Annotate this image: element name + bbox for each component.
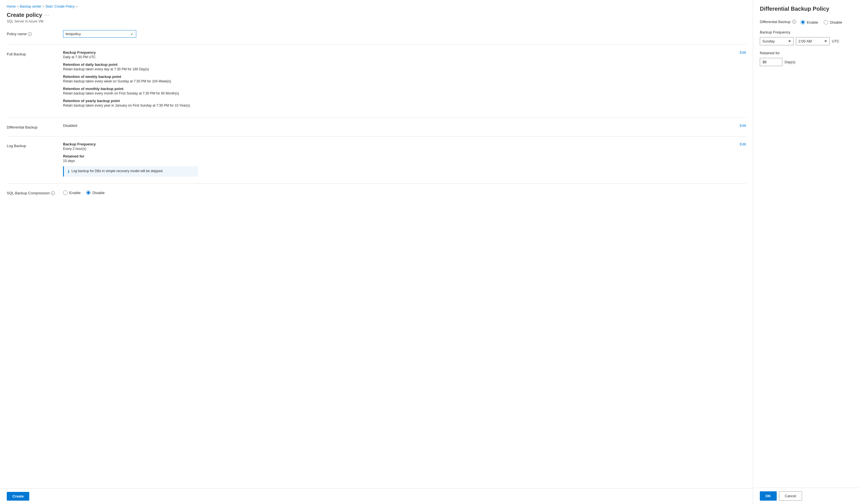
- full-backup-row: Full Backup Backup Frequency Daily at 7:…: [7, 50, 746, 111]
- right-differential-enable-radio[interactable]: [801, 20, 805, 25]
- right-differential-enable-option[interactable]: Enable: [801, 20, 818, 25]
- log-backup-retained-title: Retained for: [63, 154, 735, 158]
- policy-name-input[interactable]: [63, 30, 130, 38]
- right-differential-label: Differential Backup i: [760, 20, 796, 24]
- full-backup-retention-monthly-block: Retention of monthly backup point Retain…: [63, 87, 735, 95]
- log-backup-row: Log Backup Backup Frequency Every 2 hour…: [7, 142, 746, 177]
- right-retained-unit: Day(s): [785, 60, 795, 64]
- full-backup-retention-weekly-title: Retention of weekly backup point: [63, 75, 735, 79]
- differential-backup-label: Differential Backup: [7, 123, 63, 129]
- right-backup-frequency-row: Backup Frequency Sunday Monday Tuesday W…: [760, 30, 853, 45]
- log-backup-details: Backup Frequency Every 2 hour(s) Retaine…: [63, 142, 735, 177]
- breadcrumb-sep1: >: [17, 5, 18, 8]
- right-frequency-dropdown[interactable]: Sunday Monday Tuesday Wednesday Thursday…: [760, 37, 793, 45]
- policy-name-row: Policy name i ✓: [7, 30, 746, 38]
- sql-compression-content: Enable Disable: [63, 189, 746, 195]
- right-panel-title: Differential Backup Policy: [760, 5, 853, 12]
- full-backup-retention-daily-title: Retention of daily backup point: [63, 62, 735, 66]
- differential-backup-status: Disabled: [63, 123, 77, 128]
- full-backup-frequency-value: Daily at 7:30 PM UTC: [63, 55, 735, 59]
- create-button[interactable]: Create: [7, 492, 29, 501]
- sql-compression-enable-radio[interactable]: [63, 190, 68, 195]
- breadcrumb-backup-center[interactable]: Backup center: [20, 4, 41, 9]
- breadcrumb-sep2: >: [43, 5, 44, 8]
- right-utc-label: UTC: [832, 39, 840, 43]
- cancel-button[interactable]: Cancel: [779, 491, 802, 501]
- sql-compression-disable-option[interactable]: Disable: [86, 190, 104, 195]
- right-dropdown-row: Sunday Monday Tuesday Wednesday Thursday…: [760, 37, 853, 45]
- ok-button[interactable]: OK: [760, 491, 777, 501]
- right-retained-input-row: Day(s): [760, 58, 853, 66]
- right-differential-disable-radio[interactable]: [824, 20, 828, 25]
- sql-compression-row: SQL Backup Compression i Enable Disable: [7, 189, 746, 195]
- right-differential-disable-option[interactable]: Disable: [824, 20, 842, 25]
- full-backup-retention-yearly-title: Retention of yearly backup point: [63, 99, 735, 103]
- full-backup-retention-weekly-block: Retention of weekly backup point Retain …: [63, 75, 735, 83]
- page-subtitle: SQL Server in Azure VM: [7, 19, 746, 23]
- differential-backup-row: Differential Backup Disabled Edit: [7, 123, 746, 129]
- breadcrumb-start-create: Start: Create Policy: [46, 4, 75, 9]
- more-options-button[interactable]: ···: [44, 13, 50, 18]
- log-backup-frequency-value: Every 2 hour(s): [63, 147, 735, 151]
- full-backup-details: Backup Frequency Daily at 7:30 PM UTC Re…: [63, 50, 735, 111]
- right-differential-radio-group: Enable Disable: [801, 19, 842, 25]
- left-panel: Home > Backup center > Start: Create Pol…: [0, 0, 753, 504]
- log-backup-edit-link[interactable]: Edit: [740, 142, 746, 146]
- policy-name-info-icon[interactable]: i: [28, 32, 32, 36]
- right-differential-disable-label: Disable: [830, 20, 842, 25]
- right-backup-frequency-label: Backup Frequency: [760, 30, 853, 34]
- right-retained-row: Retained for Day(s): [760, 51, 853, 66]
- policy-name-label: Policy name i: [7, 30, 63, 36]
- log-backup-info-box: ℹ Log backup for DBs in simple recovery …: [63, 166, 198, 177]
- right-time-dropdown[interactable]: 12:00 AM 1:00 AM 2:00 AM 3:00 AM 4:00 AM…: [796, 37, 830, 45]
- log-backup-frequency-title: Backup Frequency: [63, 142, 735, 146]
- sql-compression-enable-label: Enable: [69, 191, 81, 195]
- log-backup-retained-value: 15 days: [63, 159, 735, 163]
- full-backup-retention-yearly-value: Retain backup taken every year in Januar…: [63, 104, 735, 107]
- sql-compression-radio-group: Enable Disable: [63, 189, 746, 195]
- full-backup-retention-daily-value: Retain backup taken every day at 7:30 PM…: [63, 67, 735, 71]
- right-differential-row: Differential Backup i Enable Disable: [760, 19, 853, 25]
- full-backup-retention-weekly-value: Retain backup taken every week on Sunday…: [63, 79, 735, 83]
- differential-backup-edit-link[interactable]: Edit: [740, 123, 746, 128]
- full-backup-label: Full Backup: [7, 50, 63, 56]
- right-retained-input[interactable]: [760, 58, 782, 66]
- policy-name-checkmark: ✓: [130, 32, 136, 36]
- breadcrumb-home[interactable]: Home: [7, 4, 16, 9]
- log-backup-content: Backup Frequency Every 2 hour(s) Retaine…: [63, 142, 746, 177]
- full-backup-retention-yearly-block: Retention of yearly backup point Retain …: [63, 99, 735, 107]
- log-backup-frequency-block: Backup Frequency Every 2 hour(s): [63, 142, 735, 151]
- breadcrumb-sep3: >: [76, 5, 77, 8]
- policy-name-content: ✓: [63, 30, 746, 38]
- log-backup-info-text: Log backup for DBs in simple recovery mo…: [71, 169, 163, 173]
- right-panel: Differential Backup Policy Differential …: [753, 0, 860, 504]
- full-backup-content: Backup Frequency Daily at 7:30 PM UTC Re…: [63, 50, 746, 111]
- full-backup-frequency-block: Backup Frequency Daily at 7:30 PM UTC: [63, 50, 735, 59]
- differential-backup-content: Disabled Edit: [63, 123, 746, 128]
- sql-compression-info-icon[interactable]: i: [51, 191, 55, 195]
- right-differential-enable-label: Enable: [807, 20, 818, 25]
- full-backup-frequency-title: Backup Frequency: [63, 50, 735, 55]
- right-differential-info-icon[interactable]: i: [792, 20, 796, 24]
- sql-compression-label: SQL Backup Compression i: [7, 189, 63, 195]
- full-backup-retention-daily-block: Retention of daily backup point Retain b…: [63, 62, 735, 71]
- info-icon: ℹ: [68, 169, 69, 174]
- full-backup-retention-monthly-title: Retention of monthly backup point: [63, 87, 735, 91]
- right-bottom-bar: OK Cancel: [753, 488, 860, 504]
- breadcrumb: Home > Backup center > Start: Create Pol…: [7, 4, 746, 9]
- sql-compression-disable-label: Disable: [92, 191, 104, 195]
- sql-compression-enable-option[interactable]: Enable: [63, 190, 81, 195]
- page-title: Create policy: [7, 12, 42, 18]
- full-backup-retention-monthly-value: Retain backup taken every month on First…: [63, 91, 735, 95]
- bottom-bar: Create: [0, 488, 753, 504]
- log-backup-label: Log Backup: [7, 142, 63, 148]
- log-backup-retained-block: Retained for 15 days: [63, 154, 735, 163]
- sql-compression-disable-radio[interactable]: [86, 190, 91, 195]
- right-retained-label: Retained for: [760, 51, 853, 55]
- full-backup-edit-link[interactable]: Edit: [740, 50, 746, 55]
